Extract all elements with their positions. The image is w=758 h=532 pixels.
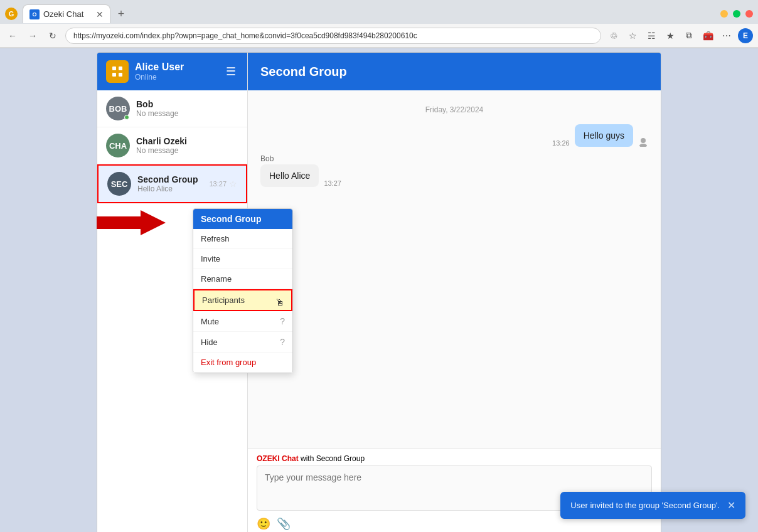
sidebar-header: Alice User Online ☰: [97, 53, 247, 90]
chat-footer: OZEKI Chat with Second Group 🙂 📎: [248, 449, 661, 532]
user-name: Alice User: [135, 61, 217, 73]
contact-name-second-group: Second Group: [137, 174, 203, 184]
contact-name-charli: Charli Ozeki: [136, 136, 238, 146]
collections-button[interactable]: ⧉: [681, 28, 697, 43]
new-tab-button[interactable]: +: [113, 6, 129, 22]
sidebar: Alice User Online ☰ BOB Bob No message: [97, 53, 248, 532]
context-menu-rename[interactable]: Rename: [193, 269, 247, 289]
url-text: https://myozeki.com/index.php?owpn=page_…: [73, 31, 417, 40]
address-bar[interactable]: https://myozeki.com/index.php?owpn=page_…: [65, 28, 601, 44]
browser-tab[interactable]: O Ozeki Chat ✕: [23, 4, 110, 23]
context-menu-exit[interactable]: Exit from group: [193, 353, 247, 373]
contact-list: BOB Bob No message CHA Charli Ozeki: [97, 90, 247, 532]
message-row-received: Hello Alice 13:27: [260, 164, 648, 187]
app-logo: [106, 60, 129, 83]
online-indicator-bob: [124, 115, 129, 120]
message-bubble-sent: Hello guys: [575, 124, 633, 147]
avatar-second-group: SEC: [107, 172, 131, 196]
svg-rect-4: [112, 73, 116, 77]
footer-group-label: with Second Group: [301, 454, 365, 463]
message-time-2: 13:27: [324, 179, 341, 187]
message-bubble-received: Hello Alice: [260, 164, 319, 187]
message-time-1: 13:26: [552, 139, 570, 147]
more-button[interactable]: ⋯: [719, 28, 734, 43]
svg-rect-5: [119, 73, 122, 77]
extensions-button[interactable]: 🧰: [700, 28, 715, 43]
read-aloud-button[interactable]: ♲: [606, 28, 621, 43]
contact-name-bob: Bob: [136, 99, 238, 109]
message-sender-bob: Bob: [260, 154, 648, 163]
contact-details-second-group: Second Group Hello Alice: [137, 174, 203, 193]
chat-context-label: OZEKI Chat with Second Group: [257, 454, 652, 463]
svg-point-7: [639, 144, 647, 147]
context-menu-participants[interactable]: Participants 🖱: [193, 289, 247, 311]
toast-notification: User invited to the group 'Second Group'…: [560, 492, 745, 519]
contact-preview-charli: No message: [136, 146, 238, 155]
contact-item-bob[interactable]: BOB Bob No message: [97, 90, 247, 127]
contact-preview-second-group: Hello Alice: [137, 184, 203, 193]
avatar-bob: BOB: [106, 97, 130, 120]
contact-item-second-group[interactable]: SEC Second Group Hello Alice 13:27 ☆: [97, 164, 247, 203]
user-status: Online: [135, 73, 217, 82]
reading-view-button[interactable]: ☵: [644, 28, 659, 43]
contact-time-second-group: 13:27 ☆: [209, 179, 237, 189]
context-menu-hide[interactable]: Hide ?: [193, 332, 247, 353]
maximize-button[interactable]: [733, 10, 740, 18]
date-separator: Friday, 3/22/2024: [260, 105, 648, 114]
contact-details-bob: Bob No message: [136, 99, 238, 118]
chat-messages: Friday, 3/22/2024 13:26 Hello guys: [248, 90, 661, 449]
tab-label: Ozeki Chat: [43, 9, 83, 19]
close-window-button[interactable]: [745, 10, 753, 18]
message-received-wrapper: Bob Hello Alice 13:27: [260, 154, 648, 187]
tab-bar: G O Ozeki Chat ✕ +: [0, 0, 758, 24]
avatar-charli: CHA: [106, 134, 130, 157]
emoji-button[interactable]: 🙂: [257, 517, 270, 531]
contact-details-charli: Charli Ozeki No message: [136, 136, 238, 155]
context-menu-invite[interactable]: Invite: [193, 249, 247, 269]
message-avatar-icon: [638, 137, 648, 147]
attach-button[interactable]: 📎: [277, 517, 291, 531]
hamburger-button[interactable]: ☰: [223, 62, 238, 81]
favorites-button[interactable]: ☆: [625, 28, 640, 43]
star-icon[interactable]: ☆: [229, 179, 237, 189]
back-button[interactable]: ←: [5, 28, 20, 43]
svg-point-6: [641, 138, 646, 143]
context-menu-refresh[interactable]: Refresh: [193, 229, 247, 249]
browser-logo: G: [5, 8, 18, 20]
browser-chrome: G O Ozeki Chat ✕ + ← → ↻ https://myozeki…: [0, 0, 758, 48]
nav-bar: ← → ↻ https://myozeki.com/index.php?owpn…: [0, 24, 758, 48]
forward-button[interactable]: →: [25, 28, 40, 43]
context-menu: Second Group Refresh Invite Rename Parti…: [193, 208, 247, 373]
user-info: Alice User Online: [135, 61, 217, 82]
svg-rect-2: [112, 66, 116, 70]
context-menu-header: Second Group: [193, 209, 247, 229]
context-menu-mute[interactable]: Mute ?: [193, 311, 247, 332]
contact-preview-bob: No message: [136, 109, 238, 118]
toast-close-button[interactable]: ✕: [727, 499, 735, 511]
minimize-button[interactable]: [720, 10, 728, 18]
tab-favicon: O: [29, 9, 40, 19]
chat-title: Second Group: [260, 65, 347, 79]
contact-item-charli[interactable]: CHA Charli Ozeki No message: [97, 127, 247, 164]
bookmark-button[interactable]: ★: [663, 28, 678, 43]
chat-area: Second Group Friday, 3/22/2024 13:26 Hel…: [248, 53, 661, 532]
tab-close-button[interactable]: ✕: [96, 9, 104, 19]
chat-header: Second Group: [248, 53, 661, 90]
svg-rect-3: [119, 66, 122, 70]
app-container: Alice User Online ☰ BOB Bob No message: [97, 52, 661, 532]
reload-button[interactable]: ↻: [45, 28, 60, 43]
profile-button[interactable]: E: [738, 28, 753, 43]
message-row-sent: 13:26 Hello guys: [260, 124, 648, 147]
ozeki-label: OZEKI Chat: [257, 454, 299, 463]
toast-message: User invited to the group 'Second Group'…: [570, 501, 720, 510]
